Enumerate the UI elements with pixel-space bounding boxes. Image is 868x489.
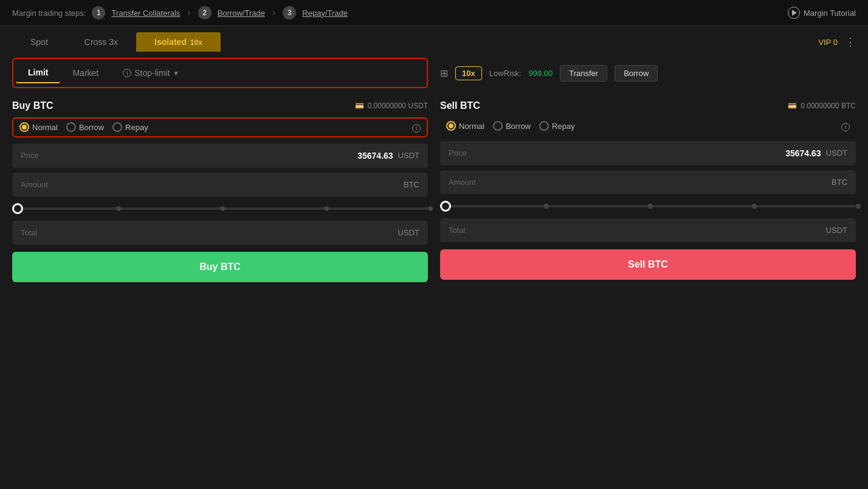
order-type-limit[interactable]: Limit xyxy=(16,63,60,83)
sell-price-field[interactable]: Price 35674.63 USDT xyxy=(440,141,856,165)
sell-radio-info[interactable]: i xyxy=(841,121,850,131)
sell-info-icon: i xyxy=(841,123,850,131)
sell-slider-dot-75 xyxy=(752,204,757,209)
buy-slider-dot-50 xyxy=(220,206,225,211)
buy-radio-info[interactable]: i xyxy=(412,122,421,133)
sell-radio-borrow[interactable]: Borrow xyxy=(493,121,531,131)
sell-radio-repay-circle xyxy=(539,121,549,131)
buy-radio-normal-dot xyxy=(22,125,27,130)
buy-info-icon: i xyxy=(412,124,421,133)
low-risk-label: LowRisk: xyxy=(489,69,522,78)
buy-amount-unit: BTC xyxy=(404,180,419,189)
play-icon xyxy=(788,7,800,19)
sell-price-label: Price xyxy=(449,148,467,158)
sell-amount-label: Amount xyxy=(449,178,476,187)
buy-radio-borrow[interactable]: Borrow xyxy=(66,122,104,132)
buy-price-unit: USDT xyxy=(398,151,419,160)
sell-radio-borrow-circle xyxy=(493,121,503,131)
buy-balance-value: 0.00000000 USDT xyxy=(368,102,428,110)
top-bar: Margin trading steps: 1 Transfer Collate… xyxy=(0,0,868,26)
more-icon[interactable]: ⋮ xyxy=(845,35,856,49)
sell-radio-borrow-label: Borrow xyxy=(506,122,531,131)
buy-total-label: Total xyxy=(21,228,37,237)
sell-amount-unit: BTC xyxy=(832,178,847,187)
sell-balance: 💳 0.00000000 BTC xyxy=(788,102,856,110)
tutorial-label: Margin Tutorial xyxy=(804,9,856,18)
margin-tutorial-btn[interactable]: Margin Tutorial xyxy=(788,7,856,19)
tab-spot[interactable]: Spot xyxy=(12,32,66,52)
sell-total-field[interactable]: Total USDT xyxy=(440,218,856,242)
wallet-icon-buy: 💳 xyxy=(355,102,364,110)
main-area: Spot Cross 3x Isolated 10x VIP 0 ⋮ Limit… xyxy=(0,26,868,282)
sell-radio-group: Normal Borrow Repay i xyxy=(440,117,856,135)
sell-slider-handle[interactable] xyxy=(440,201,451,212)
buy-panel: Buy BTC 💳 0.00000000 USDT Normal Borrow xyxy=(12,100,428,282)
sell-total-unit: USDT xyxy=(826,226,847,235)
step-3-num: 3 xyxy=(283,6,296,19)
right-controls-section: ⊞ 10x LowRisk: 999.00 Transfer Borrow xyxy=(440,65,856,82)
buy-slider-dot-100 xyxy=(428,206,433,211)
margin-steps-label: Margin trading steps: xyxy=(12,9,86,18)
borrow-button[interactable]: Borrow xyxy=(615,65,658,82)
sell-amount-field[interactable]: Amount BTC xyxy=(440,170,856,194)
sell-btc-button[interactable]: Sell BTC xyxy=(440,249,856,280)
buy-price-right: 35674.63 USDT xyxy=(357,151,419,161)
info-icon: i xyxy=(123,69,131,77)
calculator-icon[interactable]: ⊞ xyxy=(440,68,448,79)
tab-isolated[interactable]: Isolated 10x xyxy=(136,32,221,52)
tab-cross[interactable]: Cross 3x xyxy=(66,32,136,52)
sell-panel: Sell BTC 💳 0.00000000 BTC Normal Borrow xyxy=(440,100,856,282)
buy-radio-normal-label: Normal xyxy=(32,123,58,132)
sell-slider-dot-25 xyxy=(544,204,549,209)
sell-price-right: 35674.63 USDT xyxy=(785,148,847,158)
buy-btc-button[interactable]: Buy BTC xyxy=(12,252,428,282)
order-type-stop-limit[interactable]: i Stop-limit ▼ xyxy=(111,63,191,83)
sell-radio-repay-label: Repay xyxy=(552,122,575,131)
step-2-link[interactable]: Borrow/Trade xyxy=(218,9,265,18)
buy-slider-container[interactable] xyxy=(12,201,428,216)
arrow-2: › xyxy=(272,7,275,18)
tab-row: Spot Cross 3x Isolated 10x VIP 0 ⋮ xyxy=(12,26,856,52)
sell-slider-dot-100 xyxy=(856,204,861,209)
content-area: Buy BTC 💳 0.00000000 USDT Normal Borrow xyxy=(12,94,856,282)
buy-amount-field[interactable]: Amount BTC xyxy=(12,173,428,196)
buy-total-unit: USDT xyxy=(398,228,419,237)
buy-radio-borrow-label: Borrow xyxy=(79,123,104,132)
buy-title: Buy BTC xyxy=(12,100,53,111)
buy-radio-repay[interactable]: Repay xyxy=(112,122,148,132)
buy-price-value: 35674.63 xyxy=(357,151,393,161)
buy-radio-repay-label: Repay xyxy=(125,123,148,132)
buy-slider-handle[interactable] xyxy=(12,203,23,214)
sell-radio-normal[interactable]: Normal xyxy=(446,121,484,131)
sell-radio-normal-circle xyxy=(446,121,456,131)
play-triangle xyxy=(792,10,797,16)
buy-radio-borrow-circle xyxy=(66,122,76,132)
sell-radio-repay[interactable]: Repay xyxy=(539,121,575,131)
step-3-link[interactable]: Repay/Trade xyxy=(302,9,348,18)
sell-price-unit: USDT xyxy=(826,148,847,158)
arrow-1: › xyxy=(187,7,190,18)
buy-balance: 💳 0.00000000 USDT xyxy=(355,102,428,110)
top-right-controls: VIP 0 ⋮ xyxy=(818,35,856,49)
buy-slider-track xyxy=(12,207,428,210)
order-type-row: Limit Market i Stop-limit ▼ xyxy=(12,58,428,88)
sell-balance-value: 0.00000000 BTC xyxy=(801,102,856,110)
buy-price-label: Price xyxy=(21,151,39,160)
stop-limit-label: Stop-limit xyxy=(134,68,170,78)
step-1-link[interactable]: Transfer Collaterals xyxy=(111,9,180,18)
transfer-button[interactable]: Transfer xyxy=(560,65,607,82)
leverage-badge[interactable]: 10x xyxy=(455,66,482,80)
wallet-icon-sell: 💳 xyxy=(788,102,797,110)
buy-radio-repay-circle xyxy=(112,122,122,132)
sell-slider-container[interactable] xyxy=(440,199,856,213)
sell-slider-dot-50 xyxy=(648,204,653,209)
order-type-market[interactable]: Market xyxy=(60,63,111,83)
buy-price-field[interactable]: Price 35674.63 USDT xyxy=(12,144,428,168)
dropdown-arrow: ▼ xyxy=(173,70,179,77)
sell-price-value: 35674.63 xyxy=(785,148,821,158)
buy-total-field[interactable]: Total USDT xyxy=(12,221,428,244)
buy-radio-normal[interactable]: Normal xyxy=(19,122,58,132)
isolated-label: Isolated xyxy=(154,37,187,47)
order-controls-row: Limit Market i Stop-limit ▼ ⊞ 10x LowRis… xyxy=(12,52,856,94)
sell-title: Sell BTC xyxy=(440,100,480,111)
